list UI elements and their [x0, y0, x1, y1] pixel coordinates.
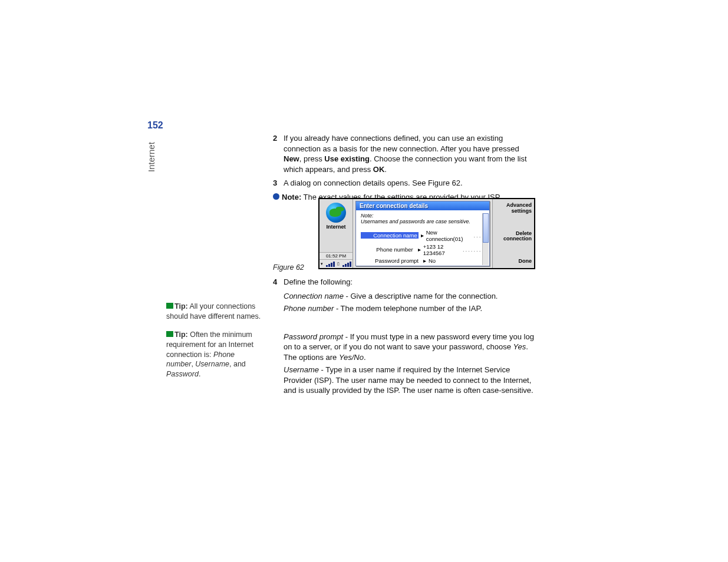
note-label: Note:: [282, 193, 301, 201]
figure-screenshot: Internet 01:52 PM ▾ ▯ Enter connection d…: [318, 198, 535, 269]
shot-left-panel: Internet 01:52 PM ▾ ▯: [319, 199, 353, 268]
step-body: Define the following:: [284, 277, 538, 287]
definition-text: - Give a descriptive name for the connec…: [344, 292, 498, 300]
shot-softkeys: Advanced settings Delete connection Done: [492, 199, 534, 268]
dialog-note-text: Usernames and passwords are case sensiti…: [361, 219, 485, 224]
term: Password prompt: [284, 332, 343, 341]
tip-marker-icon: [166, 303, 173, 309]
field-phone-number[interactable]: Phone number▸+123 12 1234567........: [361, 243, 485, 257]
softkey-delete-connection[interactable]: Delete connection: [495, 231, 532, 243]
options-yes-no: Yes/No: [339, 353, 364, 362]
antenna-icon: ▾: [321, 262, 323, 266]
dialog-body: Note: Usernames and passwords are case s…: [356, 210, 489, 266]
signal-bars-icon: [326, 262, 335, 267]
step-number: 3: [273, 178, 281, 189]
text: .: [384, 165, 387, 174]
dialog-note-label: Note:: [361, 213, 485, 219]
step-body: A dialog on connection details opens. Se…: [284, 178, 538, 189]
option-yes: Yes: [513, 342, 526, 351]
term: Connection name: [284, 292, 344, 300]
battery-bars-icon: [342, 262, 351, 267]
page: 152 Internet Tip: All your connections s…: [0, 0, 728, 562]
definition-phone-number: Phone number - The modem telephone numbe…: [284, 303, 538, 314]
step-4: 4 Define the following:: [273, 277, 538, 287]
main-content-lower: 4 Define the following: Connection name …: [273, 277, 538, 398]
step-3: 3 A dialog on connection details opens. …: [273, 178, 538, 189]
field-label-selected: Connection name: [361, 232, 419, 239]
dialog-title: Enter connection details: [356, 201, 489, 210]
text: , press: [299, 154, 325, 163]
shot-clock: 01:52 PM: [319, 252, 353, 259]
figure-caption: Figure 62: [273, 263, 304, 272]
field-value: No: [429, 257, 436, 264]
ui-ref-new: New: [284, 154, 299, 163]
step-number: 4: [273, 277, 281, 287]
term: Phone number: [284, 304, 334, 313]
tip-text: , and: [229, 360, 246, 368]
step-2: 2 If you already have connections define…: [273, 133, 538, 174]
tip-1: Tip: All your connections should have di…: [166, 302, 263, 322]
field-value: New connection(01): [426, 229, 474, 242]
dialog-fields: Connection name▸New connection(01).... P…: [361, 229, 485, 265]
page-number: 152: [147, 120, 163, 131]
shot-status-bar: ▾ ▯: [319, 259, 353, 268]
tip-em: Password: [166, 370, 199, 378]
sidebar-tips: Tip: All your connections should have di…: [166, 302, 263, 388]
section-side-label: Internet: [146, 142, 156, 172]
arrow-right-icon: ▸: [421, 232, 424, 239]
tip-2: Tip: Often the minimum requirement for a…: [166, 330, 263, 379]
shot-app-label: Internet: [326, 224, 345, 230]
softkey-line: settings: [495, 209, 532, 214]
softkey-done[interactable]: Done: [495, 259, 532, 265]
field-password-prompt[interactable]: Password prompt▸No: [361, 257, 485, 265]
softkey-line: connection: [495, 236, 532, 242]
definition-text: - Type in a user name if required by the…: [284, 365, 533, 395]
shot-dialog-area: Enter connection details Note: Usernames…: [353, 199, 492, 268]
definition-password-prompt: Password prompt - If you must type in a …: [284, 332, 538, 363]
definition-username: Username - Type in a user name if requir…: [284, 365, 538, 396]
main-content: 2 If you already have connections define…: [273, 133, 538, 208]
dotted-underline: ........: [463, 246, 485, 253]
ui-ref-use-existing: Use existing: [324, 154, 370, 163]
tip-em: Username: [195, 360, 229, 368]
dialog-scrollbar[interactable]: [482, 213, 489, 265]
globe-icon: [326, 203, 346, 223]
definition-text: - The modem telephone number of the IAP.: [334, 304, 482, 313]
tip-label: Tip:: [174, 330, 188, 339]
step-body: If you already have connections defined,…: [284, 133, 538, 174]
definition-connection-name: Connection name - Give a descriptive nam…: [284, 291, 538, 302]
tip-marker-icon: [166, 331, 173, 337]
ui-ref-ok: OK: [373, 165, 385, 174]
softkey-advanced-settings[interactable]: Advanced settings: [495, 203, 532, 214]
dialog-enter-connection-details: Enter connection details Note: Usernames…: [355, 201, 490, 266]
tip-text: .: [199, 370, 200, 378]
step-number: 2: [273, 133, 281, 174]
field-label: Password prompt: [361, 257, 421, 264]
field-connection-name[interactable]: Connection name▸New connection(01)....: [361, 229, 485, 243]
arrow-right-icon: ▸: [423, 257, 426, 264]
battery-icon: ▯: [337, 262, 340, 266]
scrollbar-thumb[interactable]: [483, 213, 489, 243]
field-label: Phone number: [361, 246, 416, 253]
note-bullet-icon: [273, 193, 279, 200]
tip-label: Tip:: [174, 302, 188, 310]
text: If you already have connections defined,…: [284, 134, 519, 153]
dialog-note: Note: Usernames and passwords are case s…: [361, 213, 485, 225]
field-value: +123 12 1234567: [423, 243, 463, 256]
arrow-right-icon: ▸: [418, 246, 421, 253]
term: Username: [284, 365, 319, 374]
definition-text: .: [364, 353, 366, 362]
